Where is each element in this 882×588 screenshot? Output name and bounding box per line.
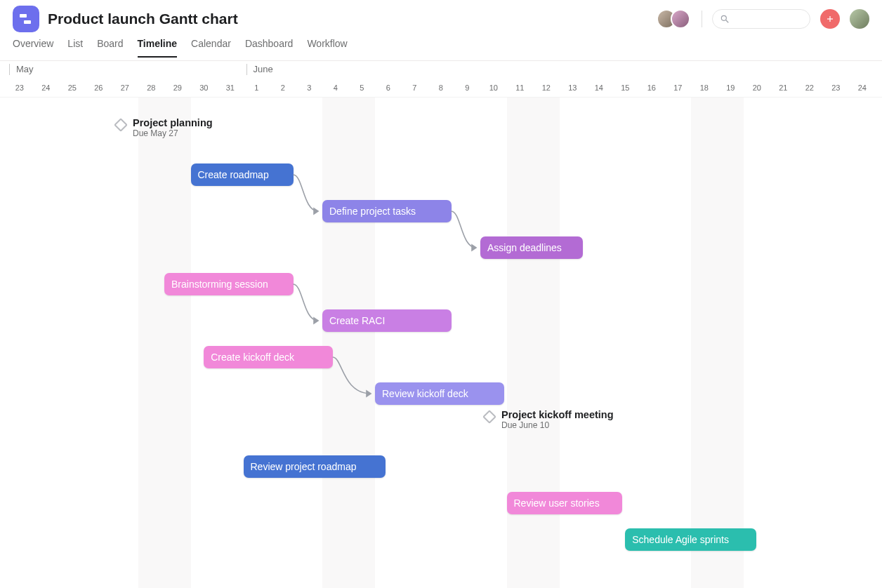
day-column: 29 <box>164 78 191 98</box>
weekend-column <box>533 98 560 588</box>
task-bar[interactable]: Create RACI <box>322 309 452 332</box>
gantt-body[interactable]: Project planningDue May 27Project kickof… <box>0 98 882 588</box>
milestone[interactable]: Project kickoff meetingDue June 10 <box>485 409 614 430</box>
task-bar[interactable]: Define project tasks <box>322 200 452 222</box>
topbar: Product launch Gantt chart <box>0 0 882 38</box>
day-column: 20 <box>744 78 770 98</box>
day-column: 4 <box>322 78 349 98</box>
svg-line-3 <box>726 20 729 23</box>
day-column: 21 <box>770 78 797 98</box>
svg-rect-1 <box>24 20 31 24</box>
weekend-column <box>718 98 744 588</box>
project-title: Product launch Gantt chart <box>48 11 238 27</box>
day-column: 15 <box>612 78 639 98</box>
day-column: 27 <box>112 78 138 98</box>
day-column: 13 <box>560 78 586 98</box>
day-column: 23 <box>6 78 33 98</box>
day-column: 24 <box>849 78 876 98</box>
task-bar[interactable]: Review user stories <box>507 492 623 514</box>
weekend-column <box>322 98 349 588</box>
day-column: 11 <box>507 78 534 98</box>
task-bar[interactable]: Assign deadlines <box>480 236 583 259</box>
day-column: 5 <box>349 78 376 98</box>
task-bar[interactable]: Create roadmap <box>191 163 294 186</box>
tab-timeline[interactable]: Timeline <box>138 38 178 58</box>
timeline-area: MayJune 23242526272829303112345678910111… <box>0 61 882 588</box>
tab-workflow[interactable]: Workflow <box>307 38 347 58</box>
task-bar[interactable]: Brainstorming session <box>164 273 294 295</box>
milestone[interactable]: Project planningDue May 27 <box>116 117 213 138</box>
day-column: 9 <box>454 78 481 98</box>
add-button[interactable] <box>820 9 840 29</box>
weekend-column <box>138 98 165 588</box>
weekend-column <box>691 98 718 588</box>
svg-point-2 <box>721 15 726 20</box>
tab-overview[interactable]: Overview <box>13 38 53 58</box>
day-column: 12 <box>533 78 560 98</box>
milestone-due: Due May 27 <box>133 128 213 138</box>
tab-calendar[interactable]: Calendar <box>191 38 231 58</box>
task-bar[interactable]: Create kickoff deck <box>204 346 333 368</box>
day-column: 16 <box>638 78 665 98</box>
weekend-column <box>164 98 191 588</box>
task-bar[interactable]: Schedule Agile sprints <box>625 528 756 551</box>
avatar[interactable] <box>671 9 690 29</box>
milestone-due: Due June 10 <box>501 420 614 430</box>
day-column: 10 <box>480 78 507 98</box>
month-row: MayJune <box>0 61 882 78</box>
search-input[interactable] <box>712 9 810 29</box>
day-column: 25 <box>59 78 86 98</box>
day-column: 24 <box>33 78 60 98</box>
day-row: 2324252627282930311234567891011121314151… <box>0 78 882 98</box>
month-label: June <box>254 64 273 74</box>
day-column: 3 <box>296 78 323 98</box>
divider <box>702 11 702 27</box>
weekend-column <box>507 98 534 588</box>
view-tabs: OverviewListBoardTimelineCalendarDashboa… <box>0 38 882 61</box>
svg-rect-0 <box>20 14 27 18</box>
day-column: 7 <box>402 78 428 98</box>
member-avatars[interactable] <box>657 9 692 29</box>
day-column: 31 <box>217 78 244 98</box>
plus-icon <box>826 15 834 23</box>
project-icon <box>13 6 39 32</box>
milestone-title: Project planning <box>133 117 213 128</box>
tab-list[interactable]: List <box>67 38 83 58</box>
day-column: 19 <box>718 78 744 98</box>
day-column: 18 <box>691 78 718 98</box>
day-column: 28 <box>138 78 165 98</box>
milestone-title: Project kickoff meeting <box>501 409 614 420</box>
weekend-column <box>349 98 376 588</box>
tab-board[interactable]: Board <box>97 38 123 58</box>
month-label: May <box>16 64 34 74</box>
milestone-diamond-icon <box>482 410 496 424</box>
day-column: 2 <box>270 78 296 98</box>
day-column: 22 <box>796 78 823 98</box>
tab-dashboard[interactable]: Dashboard <box>245 38 294 58</box>
day-column: 8 <box>428 78 454 98</box>
task-bar[interactable]: Review project roadmap <box>244 455 386 478</box>
day-column: 26 <box>86 78 112 98</box>
day-column: 1 <box>244 78 270 98</box>
day-column: 17 <box>665 78 692 98</box>
day-column: 6 <box>375 78 402 98</box>
milestone-diamond-icon <box>114 118 128 132</box>
day-column: 14 <box>586 78 612 98</box>
day-column: 30 <box>191 78 218 98</box>
user-avatar[interactable] <box>850 9 869 29</box>
task-bar[interactable]: Review kickoff deck <box>375 382 504 405</box>
day-column: 23 <box>823 78 850 98</box>
search-icon <box>720 14 730 24</box>
